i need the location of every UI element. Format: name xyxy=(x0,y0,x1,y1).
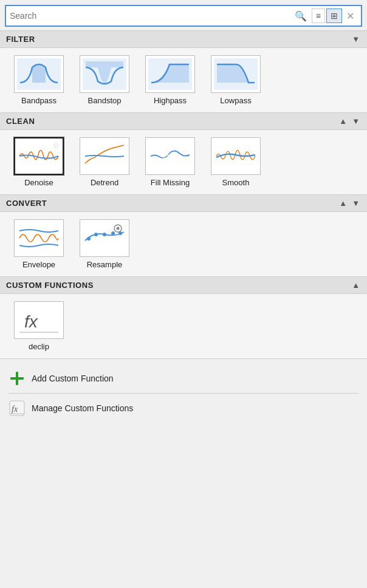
item-label-envelope: Envelope xyxy=(22,260,55,269)
item-cell-envelope[interactable]: Envelope xyxy=(9,219,69,269)
svg-point-10 xyxy=(87,237,91,241)
star-badge: ☆ xyxy=(52,140,60,150)
section-down-arrow-filter[interactable]: ▼ xyxy=(351,35,361,44)
item-label-bandstop: Bandstop xyxy=(88,96,122,105)
items-grid-filter: BandpassBandstopHighpassLowpass xyxy=(0,48,367,112)
item-icon-wrap-bandstop xyxy=(80,55,129,93)
section-header-filter: FILTER▼ xyxy=(0,30,367,48)
manage-custom-functions-action[interactable]: fx Manage Custom Functions xyxy=(9,395,358,422)
menu-button[interactable]: ≡ xyxy=(312,9,325,23)
grid-button[interactable]: ⊞ xyxy=(326,9,342,23)
section-up-arrow-clean[interactable]: ▲ xyxy=(338,117,348,126)
item-icon-wrap-denoise: ☆ xyxy=(14,137,64,175)
item-icon-wrap-resample xyxy=(80,219,129,257)
add-custom-function-action[interactable]: Add Custom Function xyxy=(9,365,358,392)
item-cell-declip[interactable]: fxdeclip xyxy=(9,301,69,351)
section-title-clean: CLEAN xyxy=(6,117,35,126)
search-input[interactable] xyxy=(10,11,292,21)
item-cell-resample[interactable]: Resample xyxy=(74,219,135,269)
section-arrows-filter: ▼ xyxy=(351,35,361,44)
svg-text:fx: fx xyxy=(24,312,38,331)
item-cell-detrend[interactable]: Detrend xyxy=(74,137,135,187)
section-header-custom: CUSTOM FUNCTIONS▲ xyxy=(0,276,367,294)
search-bar: 🔍 ≡ ⊞ ✕ xyxy=(5,5,362,27)
item-cell-smooth[interactable]: Smooth xyxy=(205,137,266,187)
svg-point-12 xyxy=(103,233,106,236)
add-custom-function-label: Add Custom Function xyxy=(32,374,114,383)
section-arrows-convert: ▲▼ xyxy=(338,199,361,208)
item-icon-wrap-highpass xyxy=(145,55,195,93)
items-grid-convert: EnvelopeResample xyxy=(0,212,367,276)
item-icon-wrap-fillmissing xyxy=(145,137,195,175)
section-up-arrow-custom[interactable]: ▲ xyxy=(351,281,361,290)
section-down-arrow-convert[interactable]: ▼ xyxy=(351,199,361,208)
item-icon-wrap-lowpass xyxy=(211,55,261,93)
item-icon-wrap-smooth xyxy=(211,137,261,175)
svg-rect-17 xyxy=(17,304,61,336)
svg-text:fx: fx xyxy=(12,405,18,414)
section-title-convert: CONVERT xyxy=(6,199,47,208)
bottom-divider xyxy=(9,393,358,394)
item-icon-wrap-bandpass xyxy=(14,55,64,93)
svg-point-11 xyxy=(94,233,98,236)
bottom-bar: Add Custom Function fx Manage Custom Fun… xyxy=(0,358,367,428)
add-custom-icon xyxy=(9,370,26,387)
section-header-clean: CLEAN▲▼ xyxy=(0,112,367,130)
manage-custom-icon: fx xyxy=(9,400,26,417)
items-grid-clean: ☆DenoiseDetrendFill MissingSmooth xyxy=(0,130,367,194)
sections-container: FILTER▼BandpassBandstopHighpassLowpassCL… xyxy=(0,30,367,358)
item-label-declip: declip xyxy=(29,342,49,351)
section-arrows-custom: ▲ xyxy=(351,281,361,290)
svg-point-13 xyxy=(111,231,115,235)
item-cell-bandstop[interactable]: Bandstop xyxy=(74,55,135,105)
item-cell-fillmissing[interactable]: Fill Missing xyxy=(140,137,201,187)
item-icon-wrap-detrend xyxy=(80,137,129,175)
item-label-detrend: Detrend xyxy=(91,178,118,187)
item-label-bandpass: Bandpass xyxy=(21,96,57,105)
item-label-lowpass: Lowpass xyxy=(220,96,251,105)
item-label-smooth: Smooth xyxy=(222,178,250,187)
item-icon-wrap-envelope xyxy=(14,219,64,257)
item-label-denoise: Denoise xyxy=(24,178,53,187)
item-cell-highpass[interactable]: Highpass xyxy=(140,55,201,105)
section-arrows-clean: ▲▼ xyxy=(338,117,361,126)
item-cell-bandpass[interactable]: Bandpass xyxy=(9,55,69,105)
toolbar-icons: ≡ ⊞ ✕ xyxy=(312,9,357,23)
item-cell-denoise[interactable]: ☆Denoise xyxy=(9,137,69,187)
svg-rect-20 xyxy=(10,377,24,380)
svg-rect-8 xyxy=(17,222,61,254)
item-label-highpass: Highpass xyxy=(154,96,187,105)
section-header-convert: CONVERT▲▼ xyxy=(0,194,367,212)
section-down-arrow-clean[interactable]: ▼ xyxy=(351,117,361,126)
section-title-filter: FILTER xyxy=(6,35,35,44)
section-title-custom: CUSTOM FUNCTIONS xyxy=(6,281,94,290)
item-icon-wrap-declip: fx xyxy=(14,301,64,339)
item-cell-lowpass[interactable]: Lowpass xyxy=(205,55,266,105)
item-label-fillmissing: Fill Missing xyxy=(151,178,190,187)
item-label-resample: Resample xyxy=(87,260,123,269)
svg-point-16 xyxy=(117,227,120,230)
items-grid-custom: fxdeclip xyxy=(0,294,367,358)
search-icon: 🔍 xyxy=(295,10,307,22)
section-up-arrow-convert[interactable]: ▲ xyxy=(338,199,348,208)
close-button[interactable]: ✕ xyxy=(343,9,357,23)
manage-custom-functions-label: Manage Custom Functions xyxy=(32,403,133,413)
